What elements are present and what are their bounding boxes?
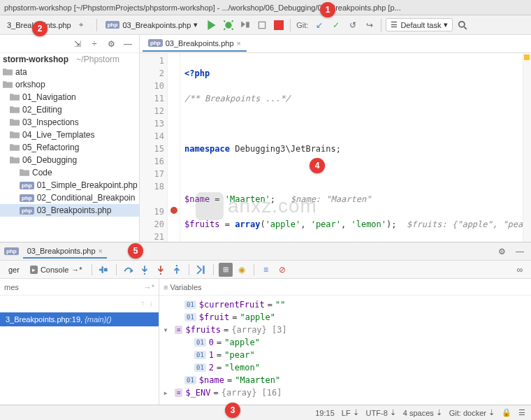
frames-nav: ↑ ↓ — [0, 296, 159, 312]
nav-tab[interactable]: 3_Breakpoints.php ⌖ — [3, 17, 92, 34]
infinity-icon[interactable]: ∞ — [513, 263, 527, 277]
collapse-icon[interactable]: ⇲ — [71, 37, 85, 51]
stop-button[interactable] — [272, 18, 286, 32]
error-stripe[interactable] — [523, 53, 531, 242]
stack-frame[interactable]: 3_Breakpoints.php:19, {main}() — [0, 312, 159, 326]
gear-icon[interactable]: ⚙ — [495, 245, 509, 259]
step-over-icon[interactable] — [122, 263, 136, 277]
variable-row[interactable]: ▾≡ $fruits = {array} [3] — [162, 324, 528, 336]
code-content[interactable]: <?php /** Breakpoints ...*/ namespace De… — [180, 53, 523, 242]
line-separator[interactable]: LF ⇣ — [342, 408, 359, 417]
gear-icon[interactable]: ⚙ — [104, 37, 118, 51]
step-out-icon[interactable] — [170, 263, 184, 277]
close-tab-icon[interactable]: × — [237, 39, 241, 48]
tree-item[interactable]: ata — [0, 66, 139, 78]
task-label: Default task — [400, 21, 441, 29]
frame-down-icon[interactable]: ↓ — [149, 298, 153, 310]
debugger-subtab[interactable]: ger — [4, 263, 24, 276]
folder-icon — [3, 67, 13, 77]
run-config-select[interactable]: php 03_Breakpoints.php ▾ — [101, 19, 203, 31]
console-subtab[interactable]: ▸ Console →* — [26, 263, 87, 276]
git-commit-icon[interactable]: ✓ — [329, 18, 343, 32]
folder-icon — [10, 143, 20, 152]
hide-icon[interactable]: — — [513, 245, 527, 259]
folder-icon — [3, 80, 13, 89]
run-button[interactable] — [205, 18, 219, 32]
php-file-icon: php — [20, 182, 34, 189]
var-name: 0 — [209, 338, 214, 347]
file-encoding[interactable]: UTF-8 ⇣ — [366, 408, 396, 417]
var-name: $_ENV — [185, 388, 210, 398]
frame-up-icon[interactable]: ↑ — [140, 298, 145, 310]
tree-item[interactable]: php03_Breakpoints.php — [0, 204, 139, 217]
debug-panel: php 03_Breakpoints.php × ⚙ — ger ▸ Conso… — [0, 242, 531, 405]
git-revert-icon[interactable]: ↪ — [363, 18, 377, 32]
tree-project-root[interactable]: storm-workshop ~/Phpstorm — [0, 53, 139, 66]
tree-item[interactable]: 03_Inspections — [0, 116, 139, 129]
line-gutter[interactable]: 121011121314151617181920212223 — [140, 53, 168, 242]
evaluate-icon[interactable]: ⊞ — [219, 263, 233, 277]
indent-setting[interactable]: 4 spaces ⇣ — [403, 408, 442, 417]
editor-tab[interactable]: php 03_Breakpoints.php × — [143, 36, 247, 52]
mute-breakpoints-icon[interactable]: ⊘ — [275, 263, 289, 277]
tree-item[interactable]: php02_Conditional_Breakpoin — [0, 191, 139, 204]
cursor-position[interactable]: 19:15 — [315, 409, 335, 417]
nav-tab-target-icon[interactable]: ⌖ — [74, 18, 88, 32]
show-execution-point-icon[interactable] — [97, 263, 111, 277]
search-button[interactable] — [456, 18, 470, 32]
editor-area: php 03_Breakpoints.php × 121011121314151… — [140, 35, 531, 242]
debug-button[interactable] — [221, 18, 235, 32]
tree-item-label: 03_Breakpoints.php — [37, 205, 112, 215]
notifications-icon[interactable]: ☰ — [518, 408, 525, 417]
php-file-icon: php — [20, 207, 34, 215]
chevron-down-icon: ▾ — [194, 20, 198, 29]
variable-row[interactable]: ▸≡ $_ENV = {array} [16] — [162, 386, 528, 399]
sidebar-toolbar: ⇲ ÷ ⚙ — — [0, 35, 139, 53]
force-step-into-icon[interactable] — [154, 263, 168, 277]
editor-tabs: php 03_Breakpoints.php × — [140, 35, 531, 53]
tree-item[interactable]: Code — [0, 166, 139, 179]
tree-toggle-icon[interactable]: ▾ — [162, 325, 169, 335]
git-pull-icon[interactable]: ↙ — [312, 18, 326, 32]
scroll-to-icon[interactable]: ÷ — [87, 37, 101, 51]
debug-session-tab[interactable]: 03_Breakpoints.php × — [23, 245, 107, 259]
tree-item-label: orkshop — [15, 80, 45, 89]
variable-row[interactable]: 01 0 = "apple" — [162, 336, 528, 349]
tree-item[interactable]: orkshop — [0, 78, 139, 91]
var-name: 2 — [209, 363, 214, 372]
variable-row[interactable]: 01 $name = "Maarten" — [162, 374, 528, 386]
git-branch[interactable]: Git: docker ⇣ — [449, 408, 495, 417]
run-coverage-button[interactable] — [238, 18, 252, 32]
step-into-icon[interactable] — [138, 263, 152, 277]
close-icon[interactable]: × — [99, 247, 103, 255]
warning-marker[interactable] — [524, 55, 530, 60]
breakpoint-marker[interactable] — [170, 207, 177, 214]
variable-row[interactable]: 01 1 = "pear" — [162, 349, 528, 361]
tree-toggle-icon[interactable]: ▸ — [162, 388, 169, 398]
var-value: "apple" — [224, 338, 260, 347]
breakpoint-gutter[interactable] — [168, 53, 180, 242]
project-tree[interactable]: storm-workshop ~/Phpstorm ataorkshop01_N… — [0, 53, 139, 242]
attach-button[interactable] — [255, 18, 269, 32]
list-icon[interactable]: ≡ — [259, 263, 273, 277]
tree-item[interactable]: php01_Simple_Breakpoint.php — [0, 179, 139, 191]
tree-item[interactable]: 01_Navigation — [0, 91, 139, 103]
hide-icon[interactable]: — — [121, 37, 135, 51]
watch-icon[interactable]: ◉ — [235, 263, 249, 277]
variables-tree[interactable]: 01 $currentFruit = ""01 $fruit = "apple"… — [159, 296, 531, 405]
separator — [290, 19, 291, 31]
tree-item[interactable]: 05_Refactoring — [0, 141, 139, 154]
git-history-icon[interactable]: ↺ — [346, 18, 360, 32]
lock-icon[interactable]: 🔒 — [502, 408, 511, 417]
variable-row[interactable]: 01 $fruit = "apple" — [162, 311, 528, 324]
tree-item[interactable]: 06_Debugging — [0, 154, 139, 166]
var-value: "pear" — [224, 350, 254, 360]
variable-row[interactable]: 01 2 = "lemon" — [162, 361, 528, 374]
variable-row[interactable]: 01 $currentFruit = "" — [162, 298, 528, 311]
task-select[interactable]: ☰ Default task ▾ — [386, 18, 453, 31]
code-editor[interactable]: 121011121314151617181920212223 <?php /**… — [140, 53, 531, 242]
run-to-cursor-icon[interactable] — [194, 263, 208, 277]
tree-item[interactable]: 04_Live_Templates — [0, 129, 139, 141]
project-sidebar: ⇲ ÷ ⚙ — storm-workshop ~/Phpstorm ataork… — [0, 35, 140, 242]
tree-item[interactable]: 02_Editing — [0, 103, 139, 116]
